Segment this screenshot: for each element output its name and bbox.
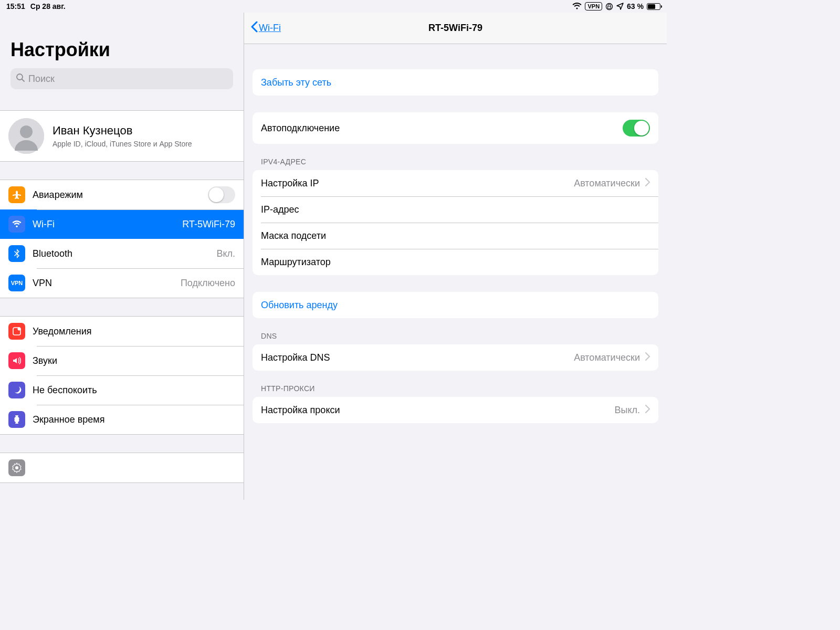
sidebar-group-preferences: Уведомления Звуки Не беспокоить Экранное… xyxy=(0,316,244,435)
sidebar-item-bluetooth[interactable]: Bluetooth Вкл. xyxy=(0,239,244,268)
svg-point-1 xyxy=(17,74,23,80)
wifi-detail: RT-5WiFi-79 xyxy=(182,219,235,230)
detail-title: RT-5WiFi-79 xyxy=(244,23,667,34)
back-button[interactable]: Wi-Fi xyxy=(244,21,287,35)
chevron-right-icon xyxy=(645,405,650,415)
autojoin-card: Автоподключение xyxy=(253,112,658,144)
dnd-label: Не беспокоить xyxy=(33,385,235,396)
chevron-right-icon xyxy=(645,178,650,188)
autojoin-label: Автоподключение xyxy=(261,123,617,134)
location-icon xyxy=(616,3,624,10)
account-subtitle: Apple ID, iCloud, iTunes Store и App Sto… xyxy=(52,140,192,148)
sidebar-item-notifications[interactable]: Уведомления xyxy=(0,317,244,346)
airplane-switch[interactable] xyxy=(208,186,235,203)
sidebar-group-general-partial xyxy=(0,453,244,483)
settings-sidebar: Настройки Иван Кузнецов Apple ID, iCloud… xyxy=(0,13,244,500)
ip-address-row: IP-адрес xyxy=(253,196,658,223)
status-time: 15:51 xyxy=(6,2,25,10)
gear-icon xyxy=(8,459,25,476)
sidebar-item-vpn[interactable]: VPN VPN Подключено xyxy=(0,268,244,298)
wifi-icon xyxy=(572,3,582,10)
avatar xyxy=(8,118,44,154)
sidebar-item-screentime[interactable]: Экранное время xyxy=(0,405,244,434)
forget-label: Забыть эту сеть xyxy=(261,77,331,88)
vpn-icon: VPN xyxy=(8,275,25,291)
sidebar-group-connectivity: Авиарежим Wi-Fi RT-5WiFi-79 Bluetooth Вк… xyxy=(0,180,244,298)
back-label: Wi-Fi xyxy=(259,23,281,34)
chevron-left-icon xyxy=(250,21,258,35)
search-field[interactable] xyxy=(10,68,233,89)
forget-card: Забыть эту сеть xyxy=(253,69,658,96)
ipv4-card: Настройка IP Автоматически IP-адрес Маск… xyxy=(253,170,658,275)
vpn-label: VPN xyxy=(33,278,173,289)
svg-point-4 xyxy=(20,125,33,138)
dns-card: Настройка DNS Автоматически xyxy=(253,344,658,371)
renew-lease-button[interactable]: Обновить аренду xyxy=(253,292,658,318)
configure-dns-label: Настройка DNS xyxy=(261,352,569,363)
configure-ip-row[interactable]: Настройка IP Автоматически xyxy=(253,170,658,196)
svg-point-7 xyxy=(15,466,18,469)
bluetooth-icon xyxy=(8,245,25,262)
dnd-icon xyxy=(8,382,25,398)
router-row: Маршрутизатор xyxy=(253,249,658,275)
renew-lease-label: Обновить аренду xyxy=(261,300,338,311)
configure-ip-value: Автоматически xyxy=(574,178,640,189)
router-label: Маршрутизатор xyxy=(261,257,650,268)
ip-address-label: IP-адрес xyxy=(261,204,650,215)
detail-pane: Wi-Fi RT-5WiFi-79 Забыть эту сеть Автопо… xyxy=(244,13,667,500)
account-row[interactable]: Иван Кузнецов Apple ID, iCloud, iTunes S… xyxy=(0,110,244,162)
configure-proxy-label: Настройка прокси xyxy=(261,405,609,416)
ipv4-header: IPV4-АДРЕС xyxy=(253,144,658,170)
configure-proxy-row[interactable]: Настройка прокси Выкл. xyxy=(253,397,658,423)
dns-header: DNS xyxy=(253,318,658,344)
proxy-header: HTTP-ПРОКСИ xyxy=(253,371,658,397)
orientation-lock-icon xyxy=(605,3,613,10)
battery-percent: 63 % xyxy=(627,2,644,10)
configure-dns-value: Автоматически xyxy=(574,352,640,363)
status-date: Ср 28 авг. xyxy=(30,2,66,10)
configure-dns-row[interactable]: Настройка DNS Автоматически xyxy=(253,344,658,371)
wifi-row-icon xyxy=(8,216,25,233)
autojoin-row[interactable]: Автоподключение xyxy=(253,112,658,144)
notifications-label: Уведомления xyxy=(33,326,235,337)
sidebar-item-dnd[interactable]: Не беспокоить xyxy=(0,375,244,405)
subnet-row: Маска подсети xyxy=(253,223,658,249)
account-name: Иван Кузнецов xyxy=(52,124,192,138)
subnet-label: Маска подсети xyxy=(261,230,650,242)
forget-network-button[interactable]: Забыть эту сеть xyxy=(253,69,658,96)
bluetooth-detail: Вкл. xyxy=(216,248,235,259)
sidebar-item-sounds[interactable]: Звуки xyxy=(0,346,244,375)
sidebar-title: Настройки xyxy=(10,39,233,61)
autojoin-switch[interactable] xyxy=(623,120,650,136)
vpn-detail: Подключено xyxy=(181,278,235,289)
airplane-icon xyxy=(8,186,25,203)
sounds-icon xyxy=(8,352,25,369)
notifications-icon xyxy=(8,323,25,340)
screentime-label: Экранное время xyxy=(33,414,235,425)
status-bar: 15:51 Ср 28 авг. VPN 63 % xyxy=(0,0,667,13)
sounds-label: Звуки xyxy=(33,355,235,366)
search-input[interactable] xyxy=(28,74,228,85)
renew-lease-card: Обновить аренду xyxy=(253,292,658,318)
chevron-right-icon xyxy=(645,352,650,363)
configure-proxy-value: Выкл. xyxy=(614,405,640,416)
svg-line-2 xyxy=(22,79,24,81)
detail-navbar: Wi-Fi RT-5WiFi-79 xyxy=(244,13,667,44)
sidebar-item-wifi[interactable]: Wi-Fi RT-5WiFi-79 xyxy=(0,209,244,239)
screentime-icon xyxy=(8,411,25,428)
configure-ip-label: Настройка IP xyxy=(261,178,569,189)
proxy-card: Настройка прокси Выкл. xyxy=(253,397,658,423)
battery-icon xyxy=(647,3,660,10)
sidebar-item-airplane[interactable]: Авиарежим xyxy=(0,180,244,209)
search-icon xyxy=(16,73,25,85)
airplane-label: Авиарежим xyxy=(33,190,201,201)
bluetooth-label: Bluetooth xyxy=(33,248,209,259)
sidebar-item-general[interactable] xyxy=(0,453,244,482)
status-vpn-badge: VPN xyxy=(585,2,602,10)
wifi-label: Wi-Fi xyxy=(33,219,175,230)
svg-point-6 xyxy=(18,328,21,331)
